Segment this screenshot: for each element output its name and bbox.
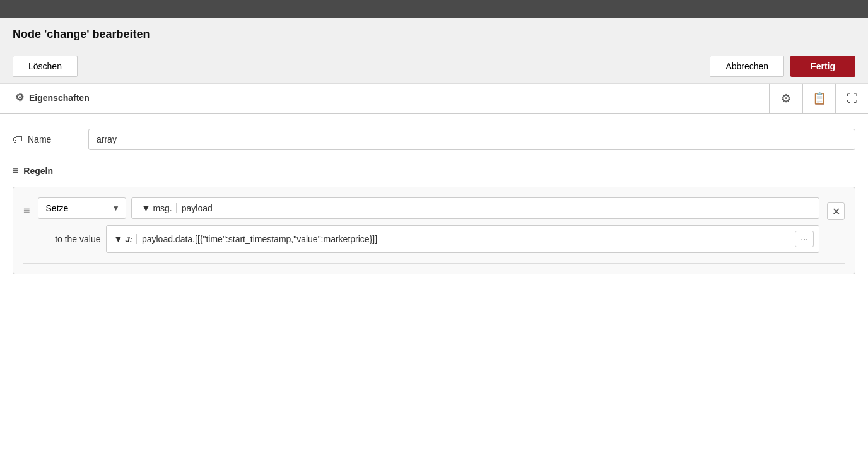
- value-type-button[interactable]: ▼ J:: [112, 234, 137, 244]
- drag-handle-icon[interactable]: ≡: [23, 197, 30, 217]
- regeln-label: Regeln: [23, 166, 53, 176]
- top-bar: [0, 0, 868, 18]
- action-select[interactable]: Setze: [38, 197, 126, 219]
- msg-type-button[interactable]: ▼ msg.: [139, 203, 177, 213]
- tabs-bar: ⚙ Eigenschaften ⚙ 📋 ⛶: [0, 84, 868, 114]
- tab-doc-button[interactable]: 📋: [802, 84, 835, 113]
- value-type-arrow: ▼: [114, 234, 123, 244]
- msg-payload-input[interactable]: [182, 203, 811, 213]
- name-row: 🏷 Name: [13, 129, 855, 150]
- name-icon: 🏷: [13, 134, 23, 145]
- abbrechen-button[interactable]: Abbrechen: [710, 56, 784, 77]
- rule-content: Setze ▼ ▼ msg. to the value: [38, 197, 819, 253]
- page-title: Node 'change' bearbeiten: [13, 28, 855, 41]
- toolbar-right: Abbrechen Fertig: [710, 56, 855, 77]
- msg-field: ▼ msg.: [131, 197, 819, 219]
- tab-gear-button[interactable]: ⚙: [770, 84, 802, 113]
- name-label-text: Name: [28, 134, 51, 144]
- rule-top-row: Setze ▼ ▼ msg.: [38, 197, 819, 219]
- rules-container: ≡ Setze ▼ ▼ msg.: [13, 187, 855, 274]
- delete-rule-button[interactable]: ✕: [827, 202, 845, 220]
- msg-type-text: msg.: [153, 203, 172, 213]
- table-row: ≡ Setze ▼ ▼ msg.: [23, 197, 845, 253]
- name-input[interactable]: [88, 129, 855, 150]
- tab-actions: ⚙ 📋 ⛶: [769, 84, 868, 113]
- name-label: 🏷 Name: [13, 134, 88, 145]
- toolbar: Löschen Abbrechen Fertig: [0, 49, 868, 84]
- msg-type-label: ▼: [142, 203, 151, 213]
- close-icon: ✕: [832, 206, 840, 218]
- tab-eigenschaften-label: Eigenschaften: [29, 93, 90, 103]
- action-select-wrapper: Setze ▼: [38, 197, 126, 219]
- regeln-header: ≡ Regeln: [13, 165, 855, 177]
- gear-icon: ⚙: [15, 91, 24, 103]
- ellipsis-button[interactable]: ···: [795, 231, 814, 247]
- content: 🏷 Name ≡ Regeln ≡ Setze: [0, 114, 868, 290]
- rule-divider: [23, 263, 845, 264]
- loeschen-button[interactable]: Löschen: [13, 56, 78, 77]
- fertig-button[interactable]: Fertig: [790, 56, 855, 77]
- value-field: ▼ J: ···: [106, 225, 819, 253]
- tab-doc-icon: 📋: [812, 91, 826, 105]
- regeln-icon: ≡: [13, 165, 18, 177]
- tab-expand-button[interactable]: ⛶: [835, 84, 868, 113]
- tab-eigenschaften[interactable]: ⚙ Eigenschaften: [0, 84, 105, 113]
- to-the-value-label: to the value: [38, 234, 101, 244]
- value-type-icon: J:: [125, 235, 132, 244]
- rule-bottom-row: to the value ▼ J: ···: [38, 225, 819, 253]
- tab-expand-icon: ⛶: [847, 92, 858, 105]
- header: Node 'change' bearbeiten: [0, 18, 868, 49]
- tab-gear-icon: ⚙: [781, 91, 791, 105]
- value-content-input[interactable]: [142, 234, 792, 244]
